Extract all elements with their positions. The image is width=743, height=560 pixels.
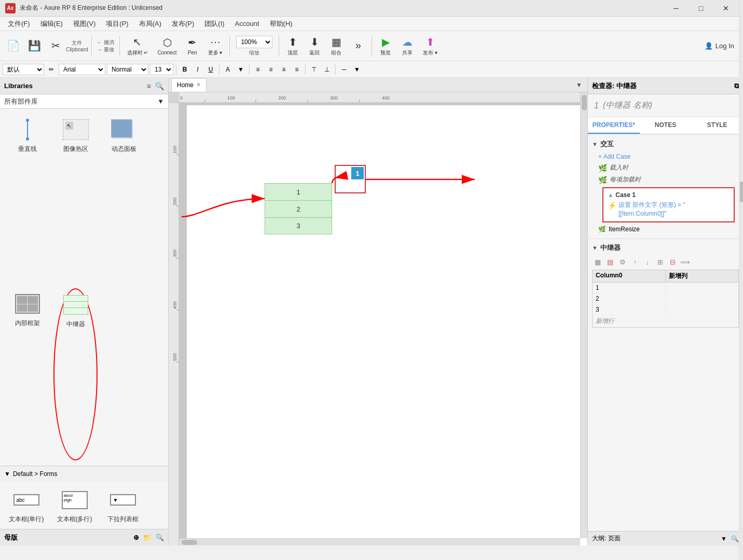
repeater-up-button[interactable]: ↑	[629, 257, 641, 268]
repeater-add-row-button[interactable]: ⊞	[654, 257, 666, 268]
connect-button[interactable]: ⬡ Connect	[153, 33, 181, 59]
panel-menu-icon[interactable]: ≡	[147, 82, 151, 90]
publish-button[interactable]: ⬆ 发布 ▾	[419, 33, 442, 59]
component-vertical-line[interactable]: 垂直线	[5, 114, 49, 284]
maximize-button[interactable]: □	[689, 0, 713, 17]
style-edit-button[interactable]: ✏	[46, 64, 57, 75]
cut-button[interactable]: ✂	[45, 33, 66, 59]
event-tree-icon: 🌿	[598, 164, 607, 172]
align-right-button[interactable]: ≡	[278, 64, 290, 75]
format-sep-5	[335, 64, 336, 75]
valign-top-button[interactable]: ⊤	[308, 64, 320, 75]
search-icon[interactable]: 🔍	[731, 535, 739, 542]
menu-help[interactable]: 帮助(H)	[265, 17, 298, 31]
filter-icon[interactable]: ▼	[721, 535, 727, 542]
ruler-h-svg: 0 100 200 300 400	[179, 92, 587, 103]
align-justify-button[interactable]: ≡	[291, 64, 302, 75]
repeater-import-button[interactable]: ⟹	[679, 257, 691, 268]
style2-select[interactable]: Normal	[107, 64, 148, 75]
menu-team[interactable]: 团队(I)	[199, 17, 229, 31]
save-button[interactable]: 💾	[24, 33, 45, 59]
select-button[interactable]: ↖ 选择时 ↵	[123, 33, 153, 59]
tab-properties[interactable]: PROPERTIES*	[588, 117, 640, 134]
repeater-section-header[interactable]: ▼ 中继器	[588, 239, 743, 255]
table-row[interactable]: 1	[593, 283, 738, 293]
menu-account[interactable]: Account	[230, 18, 265, 30]
font-color-button[interactable]: A	[222, 64, 233, 75]
border-style-button[interactable]: ─	[338, 64, 350, 75]
repeater-header-box[interactable]: 1	[335, 165, 366, 193]
align-center-button[interactable]: ≡	[265, 64, 277, 75]
tab-scroll-right-icon[interactable]: ▼	[576, 81, 582, 89]
underline-button[interactable]: U	[205, 64, 216, 75]
masters-search-icon[interactable]: 🔍	[156, 534, 164, 541]
interactions-section-header[interactable]: ▼ 交互	[588, 137, 743, 151]
more-button[interactable]: ⋯ 更多 ▾	[204, 33, 227, 59]
masters-add-icon[interactable]: ⊕	[133, 534, 139, 541]
style-select[interactable]: 默认	[3, 64, 44, 75]
tab-style[interactable]: STYLE	[691, 117, 743, 134]
minimize-button[interactable]: ─	[664, 0, 688, 17]
valign-mid-button[interactable]: ⊥	[321, 64, 333, 75]
top-button[interactable]: ⬆ 顶层	[282, 33, 303, 59]
menu-file[interactable]: 文件(F)	[3, 17, 35, 31]
group-button[interactable]: ▦ 组合	[326, 33, 347, 59]
table-row[interactable]: 2	[593, 293, 738, 304]
close-button[interactable]: ✕	[714, 0, 738, 17]
repeater-widget[interactable]: 1 2 3	[265, 183, 332, 234]
zoom-select[interactable]: 100%	[236, 36, 272, 48]
back-button[interactable]: ⬇ 返回	[304, 33, 325, 59]
repeater-down-button[interactable]: ↓	[642, 257, 653, 268]
italic-button[interactable]: I	[192, 64, 203, 75]
default-section-toggle[interactable]: ▼ Default > Forms	[4, 469, 164, 479]
right-panel-scrollbar[interactable]	[739, 78, 743, 545]
right-panel-bottom-bar: 大纲: 页面 ▼ 🔍	[588, 531, 743, 545]
repeater-label: 中继器	[66, 320, 85, 329]
menu-view[interactable]: 视图(V)	[68, 17, 101, 31]
bold-button[interactable]: B	[179, 64, 190, 75]
menu-publish[interactable]: 发布(P)	[167, 17, 199, 31]
component-inner-frame[interactable]: 内部框架	[5, 288, 49, 460]
canvas-background[interactable]: 1 2 3 1	[179, 103, 587, 545]
component-text-multi[interactable]: abcdefgh 文本框(多行)	[52, 484, 97, 526]
component-dynamic-panel[interactable]: 动态面板	[102, 114, 146, 284]
expand-button[interactable]: »	[348, 33, 368, 59]
repeater-del-row-button[interactable]: ⊟	[667, 257, 678, 268]
tab-notes[interactable]: NOTES	[640, 117, 692, 134]
add-case-link[interactable]: + Add Case	[588, 151, 743, 162]
table-row[interactable]: 3	[593, 304, 738, 315]
size-select[interactable]: 13	[150, 64, 173, 75]
repeater-add-col-button[interactable]: ▦	[592, 257, 603, 268]
repeater-edit-col-button[interactable]: ⚙	[617, 257, 628, 268]
login-button[interactable]: 👤 Log In	[698, 40, 740, 52]
panel-search-icon[interactable]: 🔍	[155, 82, 164, 90]
component-image-hotspot[interactable]: ↖ 图像热区	[53, 114, 98, 284]
masters-folder-icon[interactable]: 📁	[143, 534, 152, 541]
align-left-button[interactable]: ≡	[252, 64, 264, 75]
new-button[interactable]: 📄	[3, 33, 24, 59]
plus-icon: +	[598, 153, 602, 160]
font-select[interactable]: Arial	[59, 64, 105, 75]
svg-text:400: 400	[172, 301, 177, 309]
preview-button[interactable]: ▶ 预览	[375, 33, 396, 59]
inspector-pop-icon[interactable]: ⧉	[734, 82, 739, 90]
component-dropdown[interactable]: ▼ 下拉列表框	[101, 484, 145, 526]
v-scrollbar[interactable]	[580, 92, 587, 538]
component-repeater[interactable]: 中继器	[53, 288, 98, 460]
pen-button[interactable]: ✒ Pen	[182, 33, 203, 59]
repeater-add-row[interactable]: 新增行	[593, 315, 738, 327]
component-text-single[interactable]: abc 文本框(单行)	[4, 484, 48, 526]
tab-close-icon[interactable]: ✕	[196, 81, 201, 88]
home-tab[interactable]: Home ✕	[171, 78, 207, 92]
library-selector[interactable]: 所有部件库 ▼	[0, 94, 168, 109]
case1-block[interactable]: ▲ Case 1 ⚡ 设置 部件文字 (矩形) = "[[Item.Column…	[602, 187, 735, 222]
menu-layout[interactable]: 布局(A)	[134, 17, 167, 31]
h-scrollbar[interactable]	[179, 538, 580, 545]
border-color-button[interactable]: ▼	[351, 64, 363, 75]
share-button[interactable]: ☁ 共享	[397, 33, 418, 59]
repeater-del-col-button[interactable]: ▤	[604, 257, 616, 268]
menu-project[interactable]: 项目(P)	[101, 17, 133, 31]
menu-edit[interactable]: 编辑(E)	[35, 17, 68, 31]
outline-label: 大纲: 页面	[592, 534, 621, 543]
fill-color-button[interactable]: ▼	[235, 64, 246, 75]
